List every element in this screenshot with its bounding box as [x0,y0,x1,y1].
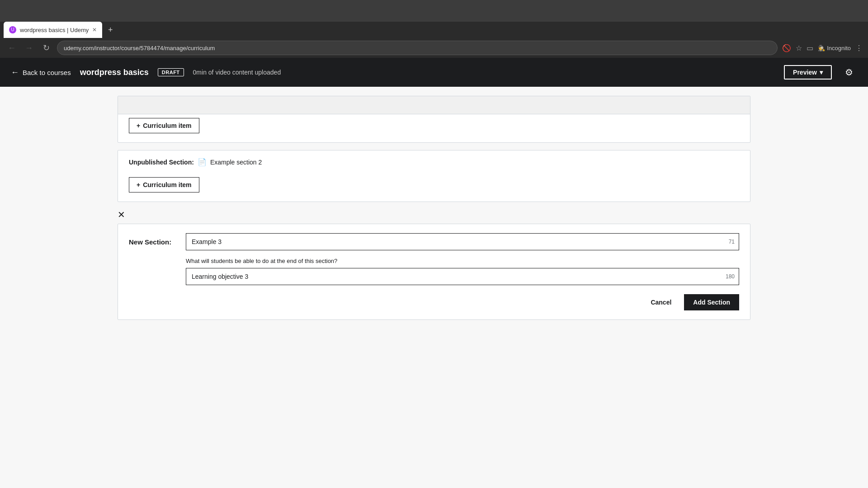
preview-chevron-icon: ▾ [820,69,823,76]
curriculum-item-label-1: Curriculum item [143,122,191,129]
forward-nav-button[interactable]: → [23,42,35,54]
draft-badge: DRAFT [158,68,184,76]
address-bar-row: ← → ↻ udemy.com/instructor/course/578447… [0,38,868,58]
curriculum-item-button-2[interactable]: + Curriculum item [129,177,199,192]
browser-tab[interactable]: U wordpress basics | Udemy ✕ [4,22,102,38]
objective-char-count: 180 [726,273,735,280]
new-section-label: New Section: [129,238,179,246]
settings-button[interactable]: ⚙ [841,64,857,80]
plus-icon-1: + [137,122,140,129]
url-text: udemy.com/instructor/course/5784474/mana… [64,45,215,52]
tab-close-icon[interactable]: ✕ [92,27,97,33]
new-section-row: New Section: 71 [129,233,739,250]
tab-favicon: U [9,26,16,33]
section-label-2: Unpublished Section: [129,159,194,166]
video-info: 0min of video content uploaded [193,69,775,76]
app-header: ← Back to courses wordpress basics DRAFT… [0,58,868,87]
doc-icon-2: 📄 [198,158,207,166]
camera-off-icon[interactable]: 🚫 [782,44,791,52]
address-input[interactable]: udemy.com/instructor/course/5784474/mana… [57,41,778,55]
cancel-button[interactable]: Cancel [643,294,679,310]
back-arrow-icon: ← [11,68,19,77]
section-title-input[interactable] [186,233,739,250]
main-content: + Curriculum item Unpublished Section: 📄… [0,87,868,403]
incognito-icon: 🕵 [818,45,825,52]
objective-input-wrap: 180 [186,268,739,285]
objective-question: What will students be able to do at the … [186,258,739,264]
course-title: wordpress basics [80,68,149,77]
preview-button[interactable]: Preview ▾ [784,65,832,80]
new-tab-button[interactable]: + [104,23,117,36]
section-input-wrap: 71 [186,233,739,250]
add-section-button[interactable]: Add Section [684,294,739,310]
browser-chrome [0,0,868,22]
menu-icon[interactable]: ⋮ [855,44,863,52]
back-nav-button[interactable]: ← [5,42,18,54]
browser-icons: 🚫 ☆ ▭ 🕵 Incognito ⋮ [782,44,863,52]
refresh-button[interactable]: ↻ [40,42,52,54]
objective-input[interactable] [186,268,739,285]
tab-title: wordpress basics | Udemy [20,27,89,33]
form-actions: Cancel Add Section [129,294,739,310]
back-to-courses-link[interactable]: ← Back to courses [11,68,71,77]
section-name-2: Example section 2 [210,159,262,166]
plus-icon-2: + [137,181,140,188]
star-icon[interactable]: ☆ [796,44,802,52]
section-card-1: + Curriculum item [118,96,750,143]
incognito-label: Incognito [827,45,851,52]
section-top-area [118,96,750,114]
curriculum-item-label-2: Curriculum item [143,181,191,188]
back-label: Back to courses [23,69,71,76]
section-card-2: Unpublished Section: 📄 Example section 2… [118,150,750,202]
sidebar-icon[interactable]: ▭ [807,44,813,52]
section-header-2: Unpublished Section: 📄 Example section 2 [118,150,750,174]
close-form-icon[interactable]: ✕ [118,209,125,220]
new-section-form: New Section: 71 What will students be ab… [118,224,750,320]
preview-label: Preview [793,69,817,76]
incognito-badge: 🕵 Incognito [818,45,851,52]
tab-bar: U wordpress basics | Udemy ✕ + [0,22,868,38]
curriculum-item-button-1[interactable]: + Curriculum item [129,118,199,133]
section-char-count: 71 [729,239,735,245]
